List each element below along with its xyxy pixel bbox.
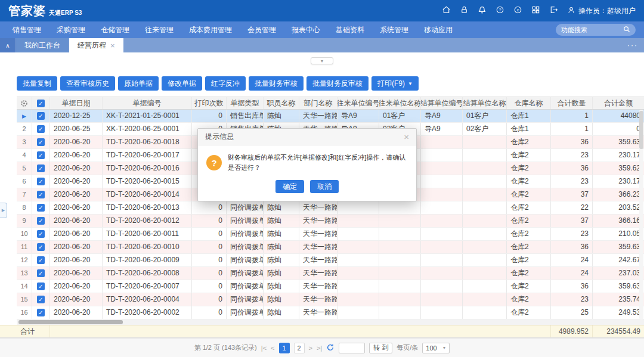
nav-item-contacts[interactable]: 往来管理 (137, 21, 181, 38)
cell (421, 306, 463, 319)
confirm-button[interactable]: 确定 (275, 180, 304, 193)
column-header-department[interactable]: 部门名称 (299, 97, 338, 109)
batch-finance-audit-button[interactable]: 批量财务审核 (249, 76, 304, 91)
cell: 天华一路路… (299, 110, 338, 122)
refresh-icon[interactable] (326, 343, 335, 353)
row-checkbox[interactable]: ✓ (37, 230, 45, 238)
next-page-icon[interactable]: > (309, 344, 312, 352)
row-checkbox[interactable]: ✓ (37, 296, 45, 303)
column-header-print-count[interactable]: 打印次数 (192, 97, 227, 109)
row-checkbox[interactable]: ✓ (37, 138, 45, 146)
nav-item-basedata[interactable]: 基础资料 (328, 21, 372, 38)
column-header-doc-number[interactable]: 单据编号 (103, 97, 192, 109)
column-header-date[interactable]: 单据日期 (50, 97, 103, 109)
vertical-scrollbar-thumb[interactable] (639, 111, 643, 149)
table-row[interactable]: 10✓2020-06-20TD-T-2020-06-20-00110同价调拨单陈… (17, 228, 644, 241)
column-header-doc-type[interactable]: 单据类型 (227, 97, 264, 109)
cell: 01客户 (463, 110, 507, 122)
table-row[interactable]: 9✓2020-06-20TD-T-2020-06-20-00120同价调拨单陈灿… (17, 215, 644, 228)
apps-grid-icon[interactable] (531, 5, 540, 16)
tab-overflow-icon[interactable]: ··· (621, 38, 644, 52)
row-checkbox[interactable]: ✓ (37, 191, 45, 198)
goto-page-input[interactable] (339, 343, 365, 353)
column-header-unit-name[interactable]: 往来单位名称 (379, 97, 421, 109)
help-icon[interactable]: ? (496, 5, 504, 16)
row-checkbox[interactable]: ✓ (37, 256, 45, 264)
cell (338, 241, 379, 253)
collapse-tabs-icon[interactable]: ∧ (0, 38, 16, 52)
nav-item-purchase[interactable]: 采购管理 (49, 21, 93, 38)
table-row[interactable]: 14✓2020-06-20TD-T-2020-06-20-00070同价调拨单陈… (17, 280, 644, 293)
nav-item-warehouse[interactable]: 仓储管理 (93, 21, 137, 38)
table-row[interactable]: 15✓2020-06-20TD-T-2020-06-20-00040同价调拨单陈… (17, 293, 644, 306)
row-checkbox[interactable]: ✓ (37, 112, 45, 120)
row-checkbox[interactable]: ✓ (37, 151, 45, 159)
page-button-2[interactable]: 2 (294, 343, 305, 353)
modify-document-button[interactable]: 修改单据 (162, 76, 202, 91)
table-row[interactable]: 13✓2020-06-20TD-T-2020-06-20-00080同价调拨单陈… (17, 267, 644, 280)
tab-workbench[interactable]: 我的工作台 (16, 38, 69, 52)
cancel-button[interactable]: 取消 (310, 180, 339, 193)
function-search[interactable]: 功能搜索 (556, 24, 636, 36)
cell (463, 149, 507, 162)
column-header-unit-no[interactable]: 往来单位编号 (338, 97, 379, 109)
table-row[interactable]: ▶✓2020-12-25XK-T-2021-01-25-00010销售出库单陈灿… (17, 110, 644, 123)
red-reverse-button[interactable]: 红字反冲 (205, 76, 246, 91)
bell-icon[interactable] (478, 5, 487, 16)
cell (421, 228, 463, 240)
horizontal-scrollbar-thumb[interactable] (18, 320, 123, 324)
row-checkbox[interactable]: ✓ (37, 283, 45, 290)
prev-page-icon[interactable]: < (271, 344, 274, 352)
table-row[interactable]: 8✓2020-06-20TD-T-2020-06-20-00130同价调拨单陈灿… (17, 201, 644, 215)
goto-page-button[interactable]: 转 到 (369, 343, 392, 353)
nav-item-mobile[interactable]: 移动应用 (416, 21, 460, 38)
column-header-warehouse[interactable]: 仓库名称 (507, 97, 551, 109)
row-checkbox[interactable]: ✓ (37, 204, 45, 212)
row-checkbox[interactable]: ✓ (37, 164, 45, 172)
row-number: 8 (17, 201, 32, 214)
batch-finance-unaudit-button[interactable]: 批量财务反审核 (306, 76, 369, 91)
column-header-settle-no[interactable]: 结算单位编号 (421, 97, 463, 109)
table-row[interactable]: 12✓2020-06-20TD-T-2020-06-20-00090同价调拨单陈… (17, 254, 644, 267)
row-checkbox[interactable]: ✓ (37, 217, 45, 225)
tab-business-history[interactable]: 经营历程 × (69, 38, 123, 52)
row-checkbox[interactable]: ✓ (37, 309, 45, 316)
dialog-message: 财务审核后的单据不允许[单据修改]和[红字反冲]操作，请确认是否进行？ (228, 153, 408, 173)
table-row[interactable]: 11✓2020-06-20TD-T-2020-06-20-00100同价调拨单陈… (17, 241, 644, 254)
row-checkbox[interactable]: ✓ (37, 125, 45, 133)
nav-item-members[interactable]: 会员管理 (240, 21, 284, 38)
last-page-icon[interactable]: >| (317, 344, 322, 352)
page-button-1[interactable]: 1 (279, 343, 290, 353)
batch-copy-button[interactable]: 批量复制 (17, 76, 57, 91)
close-tab-icon[interactable]: × (110, 42, 115, 49)
column-settings-gear-icon[interactable] (17, 97, 32, 109)
row-checkbox[interactable]: ✓ (37, 269, 45, 277)
view-audit-history-button[interactable]: 查看审核历史 (60, 76, 115, 91)
dialog-close-icon[interactable]: × (404, 132, 409, 142)
select-all-checkbox[interactable]: ✓ (37, 100, 45, 107)
print-button[interactable]: 打印(F9) ▼ (371, 76, 419, 91)
row-number: 5 (17, 162, 32, 175)
column-header-settle-name[interactable]: 结算单位名称 (463, 97, 507, 109)
operator-info[interactable]: 操作员：超级用户 (567, 6, 636, 16)
row-checkbox[interactable]: ✓ (37, 243, 45, 251)
sidebar-expand-handle[interactable]: ▶ (0, 203, 7, 218)
original-document-button[interactable]: 原始单据 (118, 76, 159, 91)
first-page-icon[interactable]: |< (261, 344, 267, 352)
row-checkbox[interactable]: ✓ (37, 178, 45, 185)
info-icon[interactable]: c (513, 5, 522, 16)
logout-icon[interactable] (549, 5, 558, 16)
lock-icon[interactable] (460, 5, 469, 16)
column-header-employee[interactable]: 职员名称 (264, 97, 299, 109)
nav-item-cost[interactable]: 成本费用管理 (181, 21, 240, 38)
table-row[interactable]: 16✓2020-06-20TD-T-2020-06-20-00020同价调拨单陈… (17, 306, 644, 319)
nav-item-sales[interactable]: 销售管理 (5, 21, 49, 38)
per-page-select[interactable]: 100 ▼ (422, 343, 450, 353)
filter-collapse-toggle[interactable]: ▼ (311, 57, 333, 64)
summary-spacer (50, 325, 551, 337)
nav-item-system[interactable]: 系统管理 (372, 21, 416, 38)
column-header-total-qty[interactable]: 合计数量 (551, 97, 593, 109)
home-icon[interactable] (442, 5, 451, 16)
nav-item-reports[interactable]: 报表中心 (284, 21, 328, 38)
column-header-total-amount[interactable]: 合计金额 (593, 97, 644, 109)
